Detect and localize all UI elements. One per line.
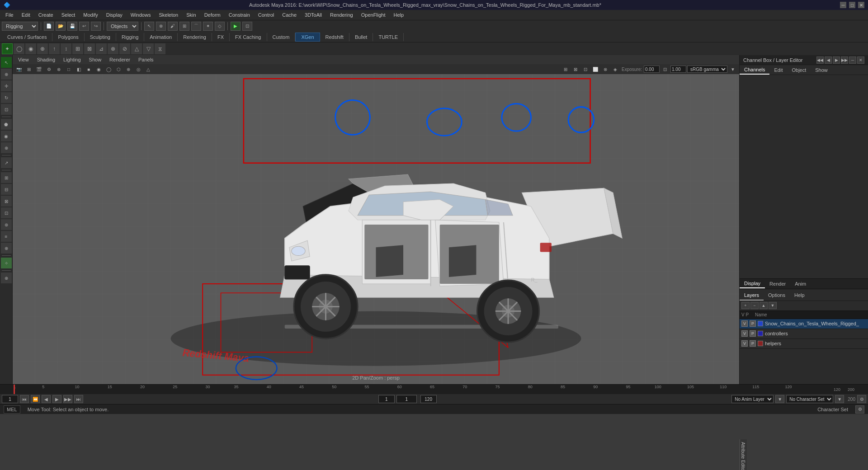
- tab-bullet[interactable]: Bullet: [349, 33, 373, 41]
- snap-grid-button[interactable]: ⊞: [179, 22, 189, 31]
- xgen-icon-btn6[interactable]: ↕: [61, 43, 71, 54]
- rp-tab-edit[interactable]: Edit: [769, 66, 787, 74]
- rp-tab-display[interactable]: Display: [740, 279, 765, 288]
- menu-windows[interactable]: Windows: [127, 11, 155, 19]
- redo-button[interactable]: ↪: [91, 22, 101, 31]
- exposure-input[interactable]: [644, 66, 660, 73]
- vp-btn-region3[interactable]: ⊡: [581, 65, 590, 73]
- vp-btn-region1[interactable]: ⊞: [561, 65, 570, 73]
- layer-move-up-btn[interactable]: ▲: [760, 302, 768, 309]
- vp-btn-region4[interactable]: ⬜: [591, 65, 600, 73]
- anim-layer-add-btn[interactable]: ▼: [775, 395, 784, 403]
- close-button[interactable]: ✕: [858, 2, 864, 8]
- objects-dropdown[interactable]: Objects: [107, 22, 138, 31]
- vp-btn-shade1[interactable]: □: [64, 65, 73, 73]
- render-region-button[interactable]: ⊡: [242, 22, 252, 31]
- vp-btn-shade6[interactable]: ⬡: [114, 65, 123, 73]
- paint-select-button[interactable]: 🖌: [168, 22, 178, 31]
- left-tool-13[interactable]: ⊞: [1, 172, 12, 183]
- rp-nav-right2[interactable]: ▶▶: [841, 56, 848, 64]
- tab-animation[interactable]: Animation: [144, 33, 178, 41]
- vp-btn-misc2[interactable]: ◎: [134, 65, 143, 73]
- layer-color-0[interactable]: [758, 321, 763, 326]
- menu-help[interactable]: Help: [390, 11, 408, 19]
- character-set-dropdown[interactable]: No Character Set: [786, 395, 833, 403]
- layers-tab-help[interactable]: Help: [790, 291, 809, 301]
- vp-btn-shade2[interactable]: ◧: [74, 65, 83, 73]
- left-tool-18[interactable]: ≡: [1, 231, 12, 242]
- xgen-icon-btn12[interactable]: △: [131, 43, 142, 54]
- left-tool-20[interactable]: ✧: [1, 258, 12, 268]
- rotate-btn[interactable]: ↻: [1, 92, 12, 103]
- vp-btn-shade5[interactable]: ◯: [104, 65, 113, 73]
- menu-select[interactable]: Select: [58, 11, 79, 19]
- rp-tab-show[interactable]: Show: [811, 66, 832, 74]
- sculpt-btn[interactable]: ⊕: [1, 142, 12, 153]
- canvas-area[interactable]: Redshift Maya: [13, 74, 739, 384]
- rp-nav-right1[interactable]: ▶: [833, 56, 840, 64]
- layer-row-2[interactable]: V P helpers: [740, 339, 868, 349]
- layer-color-2[interactable]: [758, 341, 763, 346]
- xgen-icon-btn13[interactable]: ▽: [143, 43, 154, 54]
- left-tool-bottom[interactable]: ⊕: [1, 273, 12, 283]
- prefs-btn[interactable]: ⚙: [857, 395, 866, 403]
- tab-fx-caching[interactable]: FX Caching: [230, 33, 267, 41]
- layer-p-0[interactable]: P: [750, 320, 756, 327]
- tab-turtle[interactable]: TURTLE: [373, 33, 404, 41]
- vp-btn-film[interactable]: 🎬: [34, 65, 43, 73]
- rp-tab-anim[interactable]: Anim: [790, 280, 811, 288]
- select-tool-button[interactable]: ↖: [144, 22, 154, 31]
- render-button[interactable]: ▶: [231, 22, 241, 31]
- rp-tab-object[interactable]: Object: [787, 66, 811, 74]
- tab-custom[interactable]: Custom: [267, 33, 296, 41]
- tab-sculpting[interactable]: Sculpting: [85, 33, 116, 41]
- rp-tab-render[interactable]: Render: [765, 280, 790, 288]
- layer-p-1[interactable]: P: [750, 330, 756, 337]
- xgen-icon-btn5[interactable]: ↑: [49, 43, 60, 54]
- viewport[interactable]: View Shading Lighting Show Renderer Pane…: [13, 55, 739, 384]
- vp-btn-camera[interactable]: 📷: [14, 65, 24, 73]
- layer-v-0[interactable]: V: [741, 320, 748, 327]
- layer-create-btn[interactable]: +: [741, 302, 750, 309]
- rp-nav-left1[interactable]: ◀◀: [816, 56, 824, 64]
- vp-btn-grid[interactable]: ⊞: [24, 65, 33, 73]
- xgen-icon-btn3[interactable]: ◉: [25, 43, 36, 54]
- layers-tab-options[interactable]: Options: [764, 291, 790, 301]
- playback-start-btn[interactable]: ⏮: [20, 395, 29, 403]
- move-btn[interactable]: ✛: [1, 80, 12, 91]
- menu-skin[interactable]: Skin: [183, 11, 199, 19]
- xgen-icon-btn8[interactable]: ⊠: [84, 43, 95, 54]
- left-tool-14[interactable]: ⊟: [1, 184, 12, 195]
- layers-tab-layers[interactable]: Layers: [740, 291, 764, 301]
- menu-modify[interactable]: Modify: [80, 11, 101, 19]
- vp-menu-shading[interactable]: Shading: [33, 56, 59, 63]
- menu-skeleton[interactable]: Skeleton: [155, 11, 182, 19]
- vp-btn-isolate[interactable]: ⊗: [54, 65, 63, 73]
- undo-button[interactable]: ↩: [79, 22, 89, 31]
- xgen-icon-btn1[interactable]: ✦: [2, 43, 13, 54]
- tab-xgen[interactable]: XGen: [295, 33, 320, 42]
- vp-btn-shade4[interactable]: ◉: [94, 65, 103, 73]
- xgen-icon-btn2[interactable]: ◯: [14, 43, 24, 54]
- tab-redshift[interactable]: Redshift: [320, 33, 349, 41]
- vp-btn-settings[interactable]: ⚙: [44, 65, 53, 73]
- open-file-button[interactable]: 📂: [56, 22, 66, 31]
- layer-move-down-btn[interactable]: ▼: [769, 302, 777, 309]
- vp-btn-gamma-toggle[interactable]: ▼: [728, 65, 737, 73]
- vp-btn-exposure[interactable]: ⊡: [660, 65, 670, 73]
- menu-control[interactable]: Control: [255, 11, 278, 19]
- range-start-input[interactable]: [378, 395, 395, 403]
- show-btn[interactable]: ↗: [1, 157, 12, 168]
- tab-rendering[interactable]: Rendering: [178, 33, 212, 41]
- menu-edit[interactable]: Edit: [18, 11, 34, 19]
- rp-minimize-btn[interactable]: ─: [849, 56, 856, 64]
- new-file-button[interactable]: 📄: [44, 22, 54, 31]
- menu-create[interactable]: Create: [35, 11, 57, 19]
- layer-p-2[interactable]: P: [750, 340, 756, 347]
- playback-end-btn[interactable]: ⏭: [74, 395, 83, 403]
- xgen-icon-btn7[interactable]: ⊞: [72, 43, 83, 54]
- layer-color-1[interactable]: [758, 331, 763, 336]
- tab-polygons[interactable]: Polygons: [52, 33, 84, 41]
- status-settings-btn[interactable]: ⚙: [855, 405, 864, 414]
- rp-close-btn[interactable]: ✕: [857, 56, 864, 64]
